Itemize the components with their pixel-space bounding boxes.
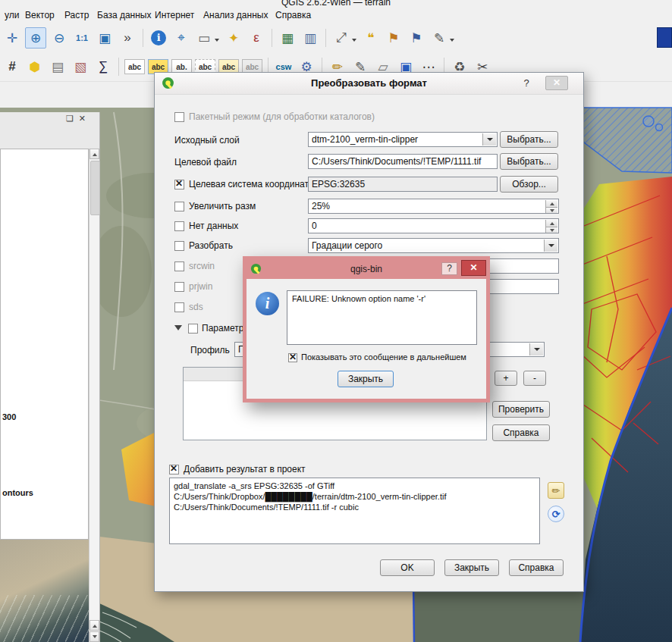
window-titlebar[interactable]: QGIS 2.6.2-Wien — terrain: [0, 0, 672, 8]
prjwin-checkbox[interactable]: [174, 282, 184, 292]
map-tips-icon[interactable]: ❝: [361, 28, 381, 48]
menu-vector[interactable]: Вектор: [25, 10, 55, 20]
sds-label: sds: [189, 302, 203, 312]
browse-crs-button[interactable]: Обзор...: [500, 176, 558, 193]
label-tool-icon[interactable]: abc: [124, 59, 145, 74]
float-panel-icon[interactable]: ❏: [66, 114, 74, 124]
zoom-to-selection-icon[interactable]: ⌖: [171, 28, 191, 48]
nodata-value: 0: [312, 221, 317, 231]
params-help-button[interactable]: Справка: [492, 424, 550, 441]
layers-panel-scrollbar[interactable]: [89, 149, 99, 642]
pan-map-icon[interactable]: ✛: [2, 28, 22, 48]
error-dialog-titlebar[interactable]: qgis-bin ? ✕: [247, 260, 486, 279]
raster-style-icon[interactable]: ▧: [71, 57, 90, 77]
outsize-spinbox[interactable]: 25%: [308, 199, 559, 214]
add-result-checkbox[interactable]: [169, 465, 179, 474]
menu-database[interactable]: База данных: [97, 10, 151, 20]
select-features-icon[interactable]: ▭: [194, 28, 214, 48]
zoom-full-icon[interactable]: ▣: [95, 28, 115, 48]
nodata-label: Нет данных: [189, 221, 238, 231]
measure-icon[interactable]: ⤢: [331, 28, 351, 48]
scroll-down-button[interactable]: [89, 631, 99, 642]
identify-icon[interactable]: ℹ: [149, 28, 168, 48]
outsize-label: Увеличить разм: [189, 201, 256, 211]
nodata-spinbox[interactable]: 0: [308, 218, 559, 233]
zoom-in-icon[interactable]: ⊕: [25, 27, 46, 49]
statistics-icon[interactable]: ∑: [93, 57, 113, 77]
zoom-out-icon[interactable]: ⊖: [49, 28, 69, 48]
toolbar-overflow-icon[interactable]: »: [118, 28, 137, 48]
highlight-icon[interactable]: ✦: [224, 28, 243, 48]
attribute-table-icon[interactable]: ▦: [278, 28, 297, 48]
docked-toolbar-icon[interactable]: [657, 27, 672, 48]
params-checkbox[interactable]: [188, 324, 198, 334]
target-file-field[interactable]: C:/Users/Think/Documents/!TEMP/1111.tif: [308, 154, 498, 169]
menu-modules[interactable]: ули: [5, 10, 19, 20]
srcwin-checkbox[interactable]: [174, 261, 184, 271]
spin-down-icon[interactable]: [545, 207, 557, 214]
select-target-button[interactable]: Выбрать...: [500, 153, 558, 170]
toolbar-row-1: ✛ ⊕ ⊖ 1:1 ▣ » ℹ ⌖ ▭ ✦ ε ▦ ▥ ⤢ ❝ ⚑ ⚑ ✎: [0, 23, 672, 52]
error-message-box[interactable]: FAILURE: Unknown option name '-r': [287, 290, 477, 345]
expand-combo[interactable]: Градации серого: [308, 238, 559, 253]
error-help-icon[interactable]: ?: [441, 262, 457, 275]
chevron-down-icon[interactable]: [215, 39, 219, 44]
target-crs-checkbox[interactable]: [174, 180, 184, 189]
error-close-button[interactable]: Закрыть: [338, 371, 394, 387]
grid-icon[interactable]: #: [2, 57, 22, 77]
menu-analysis[interactable]: Анализ данных: [203, 10, 268, 20]
menu-help[interactable]: Справка: [275, 10, 311, 20]
add-param-button[interactable]: +: [495, 371, 517, 386]
help-button[interactable]: Справка: [509, 559, 564, 576]
show-message-checkbox[interactable]: [288, 353, 297, 362]
layer-item[interactable]: 300: [2, 412, 16, 421]
scroll-up-button-2[interactable]: [89, 620, 99, 631]
chevron-down-icon[interactable]: [352, 39, 356, 44]
dialog-titlebar[interactable]: Преобразовать формат ? ✕: [155, 73, 583, 95]
dialog-close-icon[interactable]: ✕: [545, 76, 568, 90]
spin-up-icon[interactable]: [545, 220, 557, 227]
target-crs-field[interactable]: EPSG:32635: [308, 177, 498, 192]
annotation-icon[interactable]: ✎: [429, 28, 449, 48]
close-button[interactable]: Закрыть: [444, 559, 499, 576]
pencil-icon: ✏: [552, 485, 561, 496]
refresh-command-button[interactable]: ⟳: [548, 506, 564, 522]
select-source-button[interactable]: Выбрать...: [500, 131, 558, 148]
close-panel-icon[interactable]: ✕: [79, 114, 86, 124]
source-layer-combo[interactable]: dtm-2100_verm-tin-clipper: [308, 132, 498, 147]
spin-down-icon[interactable]: [545, 227, 557, 233]
dialog-help-icon[interactable]: ?: [520, 77, 533, 89]
remove-param-button[interactable]: -: [523, 371, 546, 386]
scroll-thumb[interactable]: [90, 161, 100, 215]
expression-icon[interactable]: ε: [247, 28, 266, 48]
edit-command-button[interactable]: ✏: [548, 482, 564, 499]
layout-table-icon[interactable]: ▥: [300, 28, 320, 48]
nodata-checkbox[interactable]: [174, 221, 184, 231]
combo-arrow-icon[interactable]: [482, 133, 496, 146]
overview-panel[interactable]: [0, 540, 89, 642]
raster-icon[interactable]: ▤: [48, 57, 68, 77]
ok-button[interactable]: OK: [380, 559, 435, 576]
target-file-label: Целевой файл: [174, 157, 237, 168]
new-bookmark-icon[interactable]: ⚑: [384, 28, 404, 48]
expander-triangle-icon[interactable]: [174, 325, 182, 334]
zoom-native-icon[interactable]: 1:1: [72, 28, 92, 48]
error-close-icon[interactable]: ✕: [461, 260, 486, 276]
menu-raster[interactable]: Растр: [64, 10, 89, 20]
chevron-down-icon[interactable]: [450, 39, 454, 44]
layers-list[interactable]: 300 ontours: [0, 149, 89, 540]
spin-up-icon[interactable]: [545, 200, 557, 207]
command-preview[interactable]: gdal_translate -a_srs EPSG:32635 -of GTi…: [169, 478, 540, 544]
validate-button[interactable]: Проверить: [492, 401, 550, 418]
menu-web[interactable]: Интернет: [155, 10, 194, 20]
expand-checkbox[interactable]: [174, 241, 184, 251]
batch-mode-checkbox[interactable]: [174, 112, 184, 122]
layer-item[interactable]: ontours: [2, 488, 33, 497]
droplet-icon[interactable]: ⬢: [25, 57, 45, 77]
combo-arrow-icon[interactable]: [529, 343, 543, 355]
outsize-checkbox[interactable]: [174, 202, 184, 211]
show-bookmarks-icon[interactable]: ⚑: [407, 28, 426, 48]
sds-checkbox[interactable]: [174, 302, 184, 312]
combo-arrow-icon[interactable]: [544, 240, 557, 252]
scroll-up-button[interactable]: [89, 149, 99, 159]
